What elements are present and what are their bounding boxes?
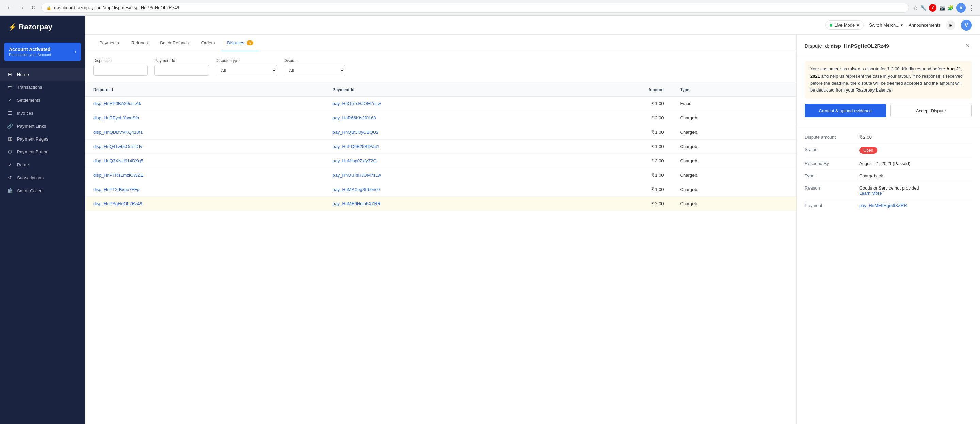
type-cell: Chargeb. — [672, 197, 796, 211]
dispute-id-link[interactable]: disp_HnQDDVVKQ418t1 — [93, 130, 143, 135]
url-text: dashboard.razorpay.com/app/disputes/disp… — [54, 5, 179, 10]
payment-links-icon: 🔗 — [7, 123, 13, 129]
sidebar-label-transactions: Transactions — [17, 85, 42, 90]
sidebar-item-home[interactable]: ⊞ Home — [0, 68, 85, 81]
sidebar-label-route: Route — [17, 162, 29, 167]
home-icon: ⊞ — [7, 72, 13, 77]
amount-cell: ₹ 3.00 — [558, 154, 672, 168]
sidebar-item-smart-collect[interactable]: 🏦 Smart Collect — [0, 184, 85, 197]
payment-id-link[interactable]: pay_HnR66Kts2f0168 — [332, 115, 375, 120]
table-row[interactable]: disp_HnRP0BA29uscAk pay_HnOuTsHJOM7sLw ₹… — [85, 97, 796, 111]
sidebar-item-transactions[interactable]: ⇄ Transactions — [0, 81, 85, 94]
table-row[interactable]: disp_HnQ3XNU914DXg5 pay_HnMlsp0ZxfyZ2Q ₹… — [85, 154, 796, 168]
star-icon[interactable]: ☆ — [913, 5, 918, 11]
payment-pages-icon: ▦ — [7, 136, 13, 142]
amount-cell: ₹ 1.00 — [558, 182, 672, 197]
payment-id-link[interactable]: pay_HnME9Hgin6XZRR — [332, 201, 380, 206]
menu-icon[interactable]: ⋮ — [969, 4, 975, 11]
payment-id-link[interactable]: pay_HnOuTsHJOM7sLw — [332, 172, 381, 178]
table-row[interactable]: disp_HnQDDVVKQ418t1 pay_HnQBtJl0yCBQU2 ₹… — [85, 125, 796, 140]
browser-actions: ☆ 🔧 V 📷 🧩 V ⋮ — [913, 3, 975, 13]
sidebar-item-payment-links[interactable]: 🔗 Payment Links — [0, 120, 85, 132]
sidebar-item-subscriptions[interactable]: ↺ Subscriptions — [0, 171, 85, 184]
address-bar[interactable]: 🔒 dashboard.razorpay.com/app/disputes/di… — [41, 3, 909, 13]
field-respond-by: Respond By August 21, 2021 (Passed) — [805, 158, 972, 170]
dispute-id-link[interactable]: disp_HnQ3XNU914DXg5 — [93, 158, 143, 163]
dispute-status-select[interactable]: All Open Closed — [284, 65, 345, 76]
type-cell: Chargeb. — [672, 182, 796, 197]
payment-id-input[interactable] — [154, 65, 209, 75]
announcements-button[interactable]: Announcements — [908, 22, 940, 27]
amount-cell: ₹ 2.00 — [558, 197, 672, 211]
dispute-id-link[interactable]: disp_HnREyobYaxnSfb — [93, 115, 139, 120]
avatar-topbar[interactable]: V — [956, 3, 966, 13]
payment-button-icon: ⬡ — [7, 149, 13, 155]
sidebar-item-invoices[interactable]: ☰ Invoices — [0, 107, 85, 120]
close-detail-button[interactable]: × — [964, 41, 972, 50]
filter-payment-id: Payment Id — [154, 58, 209, 76]
sidebar-item-payment-pages[interactable]: ▦ Payment Pages — [0, 132, 85, 145]
content-area: Payments Refunds Batch Refunds Orders Di — [85, 35, 980, 424]
tab-orders[interactable]: Orders — [195, 35, 221, 51]
learn-more-link[interactable]: Learn More ˅ — [859, 191, 919, 196]
action-buttons: Contest & upload evidence Accept Dispute — [805, 104, 972, 117]
sidebar-item-settlements[interactable]: ✓ Settlements — [0, 94, 85, 107]
sidebar-nav: ⊞ Home ⇄ Transactions ✓ Settlements ☰ In… — [0, 65, 85, 424]
filter-bar: Dispute Id Payment Id Dispute Type All F… — [85, 51, 796, 83]
dispute-type-select[interactable]: All Fraud Chargeback — [216, 65, 277, 76]
puzzle-icon[interactable]: 🧩 — [948, 5, 953, 11]
payment-id-link[interactable]: pay_HnOuTsHJOM7sLw — [332, 101, 381, 106]
payment-id-link[interactable]: pay_HnMAXegShbenc0 — [332, 187, 380, 192]
user-avatar[interactable]: V — [961, 20, 972, 30]
extension-icon-1[interactable]: 🔧 — [920, 5, 926, 11]
tab-batch-refunds[interactable]: Batch Refunds — [154, 35, 195, 51]
dispute-id-link[interactable]: disp_HnRP0BA29uscAk — [93, 101, 141, 106]
dispute-id-link[interactable]: disp_HnPT2rBxpo7FFp — [93, 187, 140, 192]
grid-icon[interactable]: ⊞ — [946, 21, 956, 30]
contest-upload-button[interactable]: Contest & upload evidence — [805, 104, 886, 117]
payment-id-link[interactable]: pay_HnMlsp0ZxfyZ2Q — [332, 158, 376, 163]
sidebar-label-home: Home — [17, 72, 29, 77]
amount-cell: ₹ 1.00 — [558, 168, 672, 182]
account-activated-banner[interactable]: Account Activated Personalise your Accou… — [4, 43, 81, 61]
table-row[interactable]: disp_HnPTRsLmzIOWZE pay_HnOuTsHJOM7sLw ₹… — [85, 168, 796, 182]
banner-arrow-icon: › — [75, 49, 76, 54]
smart-collect-icon: 🏦 — [7, 188, 13, 193]
back-button[interactable]: ← — [5, 3, 14, 12]
topbar: Live Mode ▾ Switch Merch... ▾ Announceme… — [85, 16, 980, 35]
dispute-id-input[interactable] — [93, 65, 148, 75]
tab-payments[interactable]: Payments — [93, 35, 125, 51]
table-row[interactable]: disp_HnQ41wbkOmTDIv pay_HnPQ6B25BDVat1 ₹… — [85, 140, 796, 154]
field-payment-key: Payment — [805, 203, 859, 208]
table-row[interactable]: disp_HnPSgHeOL2Rz49 pay_HnME9Hgin6XZRR ₹… — [85, 197, 796, 211]
browser-bar: ← → ↻ 🔒 dashboard.razorpay.com/app/dispu… — [0, 0, 980, 16]
amount-cell: ₹ 1.00 — [558, 125, 672, 140]
payment-id-link[interactable]: pay_HnQBtJl0yCBQU2 — [332, 130, 379, 135]
accept-dispute-button[interactable]: Accept Dispute — [890, 104, 972, 117]
payment-id-link[interactable]: pay_HnPQ6B25BDVat1 — [332, 144, 379, 149]
camera-icon[interactable]: 📷 — [939, 5, 945, 11]
dispute-id-link[interactable]: disp_HnPTRsLmzIOWZE — [93, 172, 143, 178]
forward-button[interactable]: → — [18, 3, 26, 12]
detail-title-id: disp_HnPSgHeOL2Rz49 — [830, 43, 889, 49]
disputes-page: Payments Refunds Batch Refunds Orders Di — [85, 35, 796, 424]
table-row[interactable]: disp_HnPT2rBxpo7FFp pay_HnMAXegShbenc0 ₹… — [85, 182, 796, 197]
filter-dispute-status: Dispu... All Open Closed — [284, 58, 345, 76]
table-row[interactable]: disp_HnREyobYaxnSfb pay_HnR66Kts2f0168 ₹… — [85, 111, 796, 125]
tab-disputes[interactable]: Disputes 6 — [221, 35, 259, 51]
amount-cell: ₹ 1.00 — [558, 140, 672, 154]
field-payment-link[interactable]: pay_HnME9Hgin6XZRR — [859, 203, 907, 208]
tab-refunds[interactable]: Refunds — [125, 35, 154, 51]
dispute-id-link[interactable]: disp_HnPSgHeOL2Rz49 — [93, 201, 142, 206]
filter-dispute-type: Dispute Type All Fraud Chargeback — [216, 58, 277, 76]
dispute-id-link[interactable]: disp_HnQ41wbkOmTDIv — [93, 144, 142, 149]
filter-dispute-type-label: Dispute Type — [216, 58, 277, 63]
lock-icon: 🔒 — [46, 5, 51, 10]
sidebar-item-route[interactable]: ↗ Route — [0, 158, 85, 171]
sidebar-item-payment-button[interactable]: ⬡ Payment Button — [0, 145, 85, 158]
live-mode-button[interactable]: Live Mode ▾ — [825, 21, 864, 30]
field-reason-key: Reason — [805, 185, 859, 191]
reload-button[interactable]: ↻ — [30, 3, 37, 12]
switch-merch-button[interactable]: Switch Merch... ▾ — [869, 22, 903, 27]
field-reason-value: Goods or Service not provided — [859, 185, 919, 191]
